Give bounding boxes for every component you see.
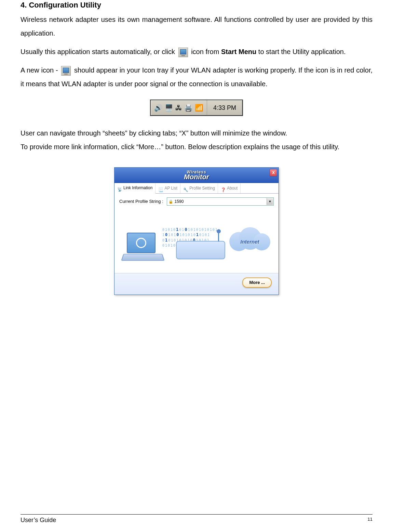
wlan-adapter-icon: 📶 [195,101,203,115]
tab-ap-list[interactable]: 📃 AP List [155,183,180,193]
profile-label: Current Profile String : [119,197,163,206]
internet-cloud: Internet [229,227,270,251]
tab-label: AP List [164,184,177,192]
profile-select[interactable]: 🔒 1590 ▼ [167,197,274,206]
ap-list-icon: 📃 [158,186,163,191]
tab-label: Link Information [123,184,152,192]
section-heading: 4. Configuration Utility [21,0,372,11]
page-number: 11 [368,517,372,524]
app-brand: Wireless Monitor [184,170,209,180]
system-tray-figure: 🔊 🖥️ 🖧 🖨️ 📶 4:33 PM [21,100,372,116]
tab-label: About [227,184,238,192]
text-fragment: to start the Utility application. [258,48,346,55]
tab-label: Profile Setting [189,184,215,192]
more-button[interactable]: More ... [242,277,272,288]
paragraph-start-menu: Usually this application starts automati… [21,45,372,59]
volume-icon: 🔊 [154,101,163,115]
router-graphic [176,241,225,259]
text-fragment: Usually this application starts automati… [21,48,177,55]
profile-setting-icon: 🔧 [183,186,188,191]
start-menu-strong: Start Menu [221,48,256,55]
laptop-graphic [123,233,164,263]
tab-bar: 📡 Link Information 📃 AP List 🔧 Profile S… [114,183,279,194]
profile-row: Current Profile String : 🔒 1590 ▼ [114,194,279,208]
tab-link-information[interactable]: 📡 Link Information [114,183,155,194]
printer-icon: 🖨️ [184,101,193,115]
link-info-icon: 📡 [117,185,122,190]
cloud-label: Internet [229,237,270,247]
about-icon: ❓ [221,186,226,191]
chevron-down-icon: ▼ [267,198,273,205]
lock-icon: 🔒 [168,198,173,205]
tab-about[interactable]: ❓ About [218,183,241,193]
tab-profile-setting[interactable]: 🔧 Profile Setting [180,183,218,193]
more-row: More ... [114,273,279,295]
text-fragment: icon from [191,48,221,55]
brand-big: Monitor [184,173,209,181]
text-fragment: A new icon - [21,66,60,74]
tray-clock: 4:33 PM [207,102,242,114]
connection-diagram: 01010101010101010101 10101010101010101 0… [114,208,279,273]
system-tray: 🔊 🖥️ 🖧 🖨️ 📶 4:33 PM [150,100,243,116]
paragraph-intro: Wireless network adapter uses its own ma… [21,13,372,40]
app-window-figure: Wireless Monitor X 📡 Link Information 📃 … [21,167,372,295]
paragraph-more: To provide more link information, click … [21,140,372,154]
wireless-monitor-window: Wireless Monitor X 📡 Link Information 📃 … [114,167,279,295]
close-button[interactable]: X [270,169,277,177]
text-fragment: should appear in your Icon tray if your … [21,66,372,88]
paragraph-tray-icon: A new icon - should appear in your Icon … [21,63,372,91]
tray-adapter-icon [61,66,71,76]
page-footer: User’s Guide 11 [21,514,372,524]
utility-launch-icon [178,48,188,57]
display-icon: 🖥️ [165,101,173,115]
titlebar: Wireless Monitor X [114,168,279,183]
profile-value: 1590 [175,197,184,206]
footer-left: User’s Guide [21,517,56,524]
network-icon: 🖧 [175,101,182,115]
tray-icon-group: 🔊 🖥️ 🖧 🖨️ 📶 [151,100,207,115]
paragraph-navigate: User can navigate through “sheets” by cl… [21,126,372,140]
